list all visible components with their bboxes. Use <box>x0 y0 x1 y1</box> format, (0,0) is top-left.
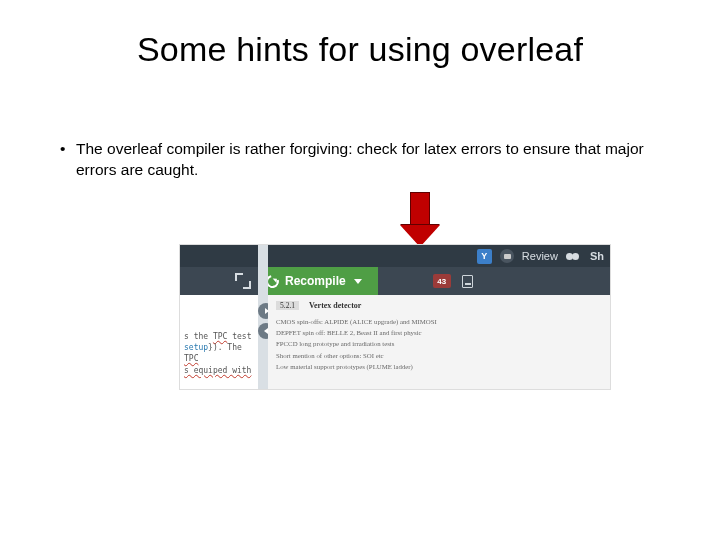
bullet-list: The overleaf compiler is rather forgivin… <box>60 139 660 181</box>
slide-title: Some hints for using overleaf <box>60 30 660 69</box>
share-icon[interactable] <box>566 250 582 262</box>
review-label[interactable]: Review <box>522 250 558 262</box>
logs-button[interactable]: 43 <box>428 267 456 295</box>
pdf-body-text: CMOS spin-offs: ALPIDE (ALICE upgrade) a… <box>276 316 602 372</box>
recompile-label: Recompile <box>285 274 346 288</box>
download-icon <box>462 275 473 288</box>
fullscreen-icon[interactable] <box>236 274 250 288</box>
error-count-badge: 43 <box>433 274 451 288</box>
chevron-down-icon[interactable] <box>354 279 362 284</box>
pdf-section-title: Vertex detector <box>309 301 361 310</box>
bullet-item: The overleaf compiler is rather forgivin… <box>60 139 660 181</box>
slide: Some hints for using overleaf The overle… <box>0 0 720 540</box>
pdf-section-number: 5.2.1 <box>276 301 299 310</box>
overleaf-topbar: Y Review Sh <box>180 245 610 267</box>
overleaf-screenshot: Y Review Sh Recompile 43 <box>180 245 610 389</box>
toolbar-divider <box>372 267 428 295</box>
share-label[interactable]: Sh <box>590 250 604 262</box>
pdf-preview-pane[interactable]: 5.2.1 Vertex detector CMOS spin-offs: AL… <box>268 295 610 389</box>
arrow-annotation <box>400 192 440 248</box>
recompile-button[interactable]: Recompile <box>258 267 372 295</box>
collaborator-badge[interactable]: Y <box>477 249 492 264</box>
review-icon[interactable] <box>500 249 514 263</box>
source-editor-pane[interactable]: s the TPC test setup}). The TPC s equipe… <box>180 295 258 389</box>
download-pdf-button[interactable] <box>456 267 480 295</box>
pdf-toolbar: Recompile 43 <box>180 267 610 295</box>
